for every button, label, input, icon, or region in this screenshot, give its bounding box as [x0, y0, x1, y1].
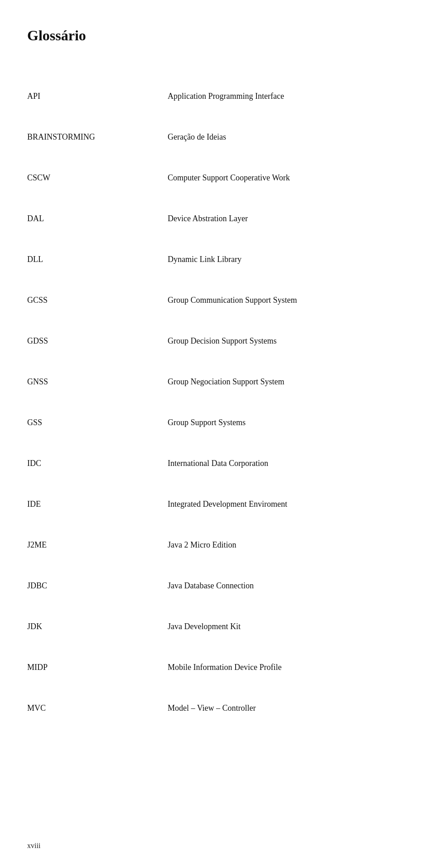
glossary-row: MIDPMobile Information Device Profile — [27, 647, 408, 688]
glossary-term: MIDP — [27, 647, 168, 688]
glossary-term: MVC — [27, 688, 168, 728]
glossary-definition: Computer Support Cooperative Work — [168, 157, 408, 198]
glossary-row: APIApplication Programming Interface — [27, 76, 408, 116]
glossary-term: JDBC — [27, 565, 168, 606]
glossary-definition: Group Support Systems — [168, 402, 408, 443]
glossary-definition: Java Development Kit — [168, 606, 408, 647]
glossary-row: IDEIntegrated Development Enviroment — [27, 484, 408, 524]
glossary-row: CSCWComputer Support Cooperative Work — [27, 157, 408, 198]
glossary-row: MVCModel – View – Controller — [27, 688, 408, 728]
glossary-definition: Application Programming Interface — [168, 76, 408, 116]
glossary-term: GDSS — [27, 320, 168, 361]
glossary-definition: Integrated Development Enviroment — [168, 484, 408, 524]
glossary-definition: International Data Corporation — [168, 443, 408, 484]
glossary-term: JDK — [27, 606, 168, 647]
page-footer: xviii — [27, 842, 40, 850]
glossary-definition: Group Communication Support System — [168, 280, 408, 320]
glossary-term: GSS — [27, 402, 168, 443]
glossary-definition: Java Database Connection — [168, 565, 408, 606]
glossary-term: DAL — [27, 198, 168, 239]
glossary-row: DALDevice Abstration Layer — [27, 198, 408, 239]
glossary-row: JDBCJava Database Connection — [27, 565, 408, 606]
glossary-definition: Group Decision Support Systems — [168, 320, 408, 361]
glossary-row: JDKJava Development Kit — [27, 606, 408, 647]
glossary-row: IDCInternational Data Corporation — [27, 443, 408, 484]
glossary-term: J2ME — [27, 524, 168, 565]
glossary-term: GNSS — [27, 361, 168, 402]
glossary-row: BRAINSTORMINGGeração de Ideias — [27, 116, 408, 157]
glossary-row: GCSSGroup Communication Support System — [27, 280, 408, 320]
glossary-row: GNSSGroup Negociation Support System — [27, 361, 408, 402]
glossary-row: GSSGroup Support Systems — [27, 402, 408, 443]
glossary-term: IDE — [27, 484, 168, 524]
glossary-definition: Group Negociation Support System — [168, 361, 408, 402]
glossary-definition: Mobile Information Device Profile — [168, 647, 408, 688]
glossary-definition: Geração de Ideias — [168, 116, 408, 157]
glossary-term: BRAINSTORMING — [27, 116, 168, 157]
glossary-table: APIApplication Programming InterfaceBRAI… — [27, 76, 408, 728]
glossary-term: DLL — [27, 239, 168, 280]
glossary-definition: Model – View – Controller — [168, 688, 408, 728]
glossary-row: J2MEJava 2 Micro Edition — [27, 524, 408, 565]
glossary-term: CSCW — [27, 157, 168, 198]
glossary-row: GDSSGroup Decision Support Systems — [27, 320, 408, 361]
glossary-term: IDC — [27, 443, 168, 484]
glossary-definition: Dynamic Link Library — [168, 239, 408, 280]
glossary-row: DLLDynamic Link Library — [27, 239, 408, 280]
glossary-term: API — [27, 76, 168, 116]
glossary-definition: Java 2 Micro Edition — [168, 524, 408, 565]
glossary-definition: Device Abstration Layer — [168, 198, 408, 239]
glossary-term: GCSS — [27, 280, 168, 320]
page-title: Glossário — [27, 27, 408, 44]
